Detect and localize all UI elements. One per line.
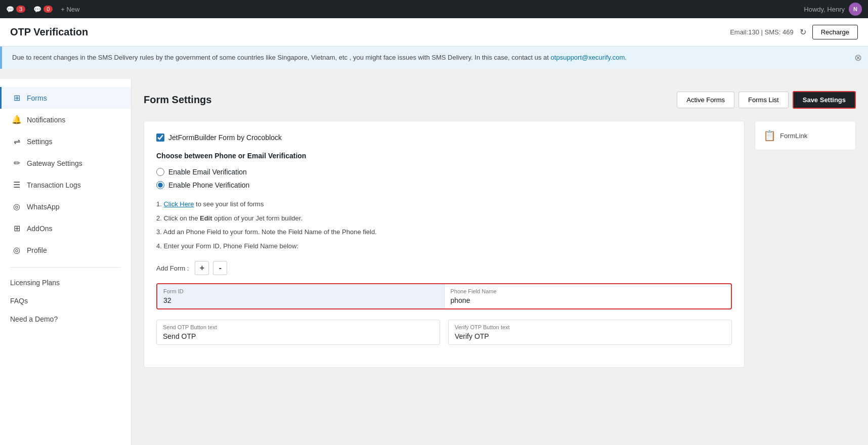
instruction-1: 1. Click Here to see your list of forms bbox=[156, 199, 732, 209]
addons-icon: ⊞ bbox=[12, 224, 22, 233]
instruction-3: 3. Add an Phone Field to your form. Note… bbox=[156, 227, 732, 237]
form-id-group: Form ID bbox=[157, 284, 445, 308]
form-id-label: Form ID bbox=[163, 288, 438, 294]
formlink-label: FormLink bbox=[780, 132, 807, 140]
form-id-input[interactable] bbox=[163, 296, 438, 304]
add-form-label: Add Form : bbox=[156, 264, 189, 272]
header-right: Email:130 | SMS: 469 ↻ Recharge bbox=[730, 25, 858, 39]
add-form-row: Add Form : + - bbox=[156, 261, 732, 275]
form-settings-title: Form Settings bbox=[144, 94, 211, 106]
header-actions: Active Forms Forms List Save Settings bbox=[677, 91, 856, 109]
sidebar-item-label: Forms bbox=[27, 94, 47, 102]
form-panel: JetFormBuilder Form by Crocoblock Choose… bbox=[144, 121, 745, 368]
sidebar-item-label: Profile bbox=[27, 246, 47, 254]
form-builder-checkbox[interactable] bbox=[156, 134, 164, 142]
notice-text: Due to recent changes in the SMS Deliver… bbox=[12, 54, 549, 61]
comment-icon: 💬 bbox=[6, 6, 14, 13]
send-otp-field: Send OTP Button text bbox=[156, 320, 440, 345]
new-label: + New bbox=[61, 6, 79, 13]
sidebar-item-label: WhatsApp bbox=[27, 203, 60, 211]
email-verification-option: Enable Email Verification bbox=[156, 168, 732, 176]
layout: ⊞ Forms 🔔 Notifications ⇌ Settings ✏ Gat… bbox=[0, 79, 868, 445]
sidebar-item-forms[interactable]: ⊞ Forms bbox=[0, 87, 131, 109]
form-builder-checkbox-row: JetFormBuilder Form by Crocoblock bbox=[156, 134, 732, 142]
phone-radio-label: Enable Phone Verification bbox=[168, 181, 249, 189]
whatsapp-icon: ◎ bbox=[12, 202, 22, 211]
sidebar-item-settings[interactable]: ⇌ Settings bbox=[0, 130, 131, 152]
formlink-card[interactable]: 📋 FormLink bbox=[755, 121, 856, 150]
save-settings-button[interactable]: Save Settings bbox=[793, 91, 856, 109]
new-button[interactable]: + New bbox=[61, 6, 79, 13]
sidebar-item-label: Transaction Logs bbox=[27, 181, 81, 189]
updates-item[interactable]: 💬 0 bbox=[33, 6, 53, 13]
sidebar-item-label: Gateway Settings bbox=[27, 159, 82, 167]
updates-count: 0 bbox=[44, 6, 53, 13]
send-otp-label: Send OTP Button text bbox=[163, 324, 433, 330]
phone-radio[interactable] bbox=[156, 181, 164, 189]
instruction-4: 4. Enter your Form ID, Phone Field Name … bbox=[156, 241, 732, 251]
sidebar-item-gateway-settings[interactable]: ✏ Gateway Settings bbox=[0, 152, 131, 174]
sidebar-item-whatsapp[interactable]: ◎ WhatsApp bbox=[0, 196, 131, 217]
phone-field-label: Phone Field Name bbox=[451, 288, 725, 294]
profile-icon: ◎ bbox=[12, 245, 22, 255]
sidebar-item-notifications[interactable]: 🔔 Notifications bbox=[0, 109, 131, 130]
sidebar-item-label: AddOns bbox=[27, 225, 53, 233]
phone-verification-option: Enable Phone Verification bbox=[156, 181, 732, 189]
comments-count: 3 bbox=[16, 6, 25, 13]
admin-bar: 💬 3 💬 0 + New Howdy, Henry N bbox=[0, 0, 868, 18]
verify-otp-input[interactable] bbox=[455, 332, 725, 340]
email-radio[interactable] bbox=[156, 168, 164, 176]
verification-heading: Choose between Phone or Email Verificati… bbox=[156, 152, 732, 160]
add-form-button[interactable]: + bbox=[195, 261, 209, 275]
avatar: N bbox=[849, 3, 862, 16]
otp-row: Send OTP Button text Verify OTP Button t… bbox=[156, 320, 732, 345]
comments-item[interactable]: 💬 3 bbox=[6, 6, 25, 13]
notifications-icon: 🔔 bbox=[12, 115, 22, 124]
sidebar-item-transaction-logs[interactable]: ☰ Transaction Logs bbox=[0, 174, 131, 196]
settings-icon: ⇌ bbox=[12, 137, 22, 146]
demo-link[interactable]: Need a Demo? bbox=[0, 310, 131, 328]
forms-icon: ⊞ bbox=[12, 93, 22, 103]
notice-close-button[interactable]: ⊗ bbox=[854, 53, 862, 62]
instruction-2: 2. Click on the Edit option of your Jet … bbox=[156, 213, 732, 224]
plugin-header: OTP Verification Email:130 | SMS: 469 ↻ … bbox=[0, 18, 868, 47]
email-sms-info: Email:130 | SMS: 469 bbox=[730, 28, 794, 36]
updates-icon: 💬 bbox=[33, 6, 41, 13]
admin-bar-right: Howdy, Henry N bbox=[804, 3, 862, 16]
sidebar-item-label: Notifications bbox=[27, 116, 65, 124]
verify-otp-field: Verify OTP Button text bbox=[448, 320, 732, 345]
sidebar-item-addons[interactable]: ⊞ AddOns bbox=[0, 217, 131, 239]
email-radio-label: Enable Email Verification bbox=[168, 168, 247, 176]
phone-field-group: Phone Field Name bbox=[445, 284, 731, 308]
form-settings-header: Form Settings Active Forms Forms List Sa… bbox=[144, 91, 856, 109]
sidebar-item-profile[interactable]: ◎ Profile bbox=[0, 239, 131, 261]
click-here-link[interactable]: Click Here bbox=[163, 200, 194, 208]
verify-otp-label: Verify OTP Button text bbox=[455, 324, 725, 330]
radio-group: Enable Email Verification Enable Phone V… bbox=[156, 168, 732, 189]
right-panel: 📋 FormLink bbox=[755, 121, 856, 368]
instructions: 1. Click Here to see your list of forms … bbox=[156, 199, 732, 251]
recharge-button[interactable]: Recharge bbox=[812, 25, 858, 39]
content-area: JetFormBuilder Form by Crocoblock Choose… bbox=[144, 121, 856, 368]
form-field-row: Form ID Phone Field Name bbox=[156, 283, 732, 309]
main-content: Form Settings Active Forms Forms List Sa… bbox=[132, 79, 868, 445]
admin-bar-left: 💬 3 💬 0 + New bbox=[6, 6, 796, 13]
active-forms-button[interactable]: Active Forms bbox=[677, 92, 734, 108]
howdy-text: Howdy, Henry bbox=[804, 6, 845, 13]
notice-bar: Due to recent changes in the SMS Deliver… bbox=[0, 47, 868, 69]
gateway-icon: ✏ bbox=[12, 158, 22, 168]
licensing-link[interactable]: Licensing Plans bbox=[0, 274, 131, 292]
forms-list-button[interactable]: Forms List bbox=[739, 92, 789, 108]
sidebar: ⊞ Forms 🔔 Notifications ⇌ Settings ✏ Gat… bbox=[0, 79, 132, 445]
sidebar-item-label: Settings bbox=[27, 138, 53, 146]
formlink-icon: 📋 bbox=[763, 129, 776, 142]
notice-link[interactable]: otpsupport@xecurify.com bbox=[551, 54, 625, 61]
sidebar-divider bbox=[10, 267, 121, 268]
phone-field-input[interactable] bbox=[451, 296, 725, 304]
remove-form-button[interactable]: - bbox=[213, 261, 227, 275]
faqs-link[interactable]: FAQs bbox=[0, 292, 131, 310]
plugin-title: OTP Verification bbox=[10, 26, 88, 38]
form-builder-label: JetFormBuilder Form by Crocoblock bbox=[168, 134, 282, 142]
send-otp-input[interactable] bbox=[163, 332, 433, 340]
refresh-icon[interactable]: ↻ bbox=[800, 27, 806, 37]
